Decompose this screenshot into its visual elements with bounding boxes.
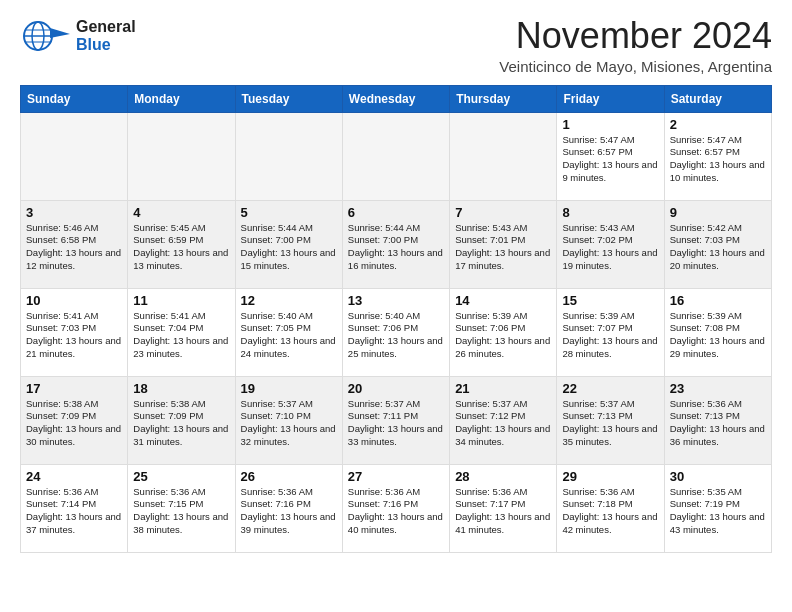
month-title: November 2024 <box>499 16 772 56</box>
day-info: Sunrise: 5:36 AMSunset: 7:16 PMDaylight:… <box>348 486 444 537</box>
day-info: Sunrise: 5:46 AMSunset: 6:58 PMDaylight:… <box>26 222 122 273</box>
calendar-cell: 30Sunrise: 5:35 AMSunset: 7:19 PMDayligh… <box>664 464 771 552</box>
day-info: Sunrise: 5:47 AMSunset: 6:57 PMDaylight:… <box>670 134 766 185</box>
calendar-cell: 5Sunrise: 5:44 AMSunset: 7:00 PMDaylight… <box>235 200 342 288</box>
weekday-sunday: Sunday <box>21 85 128 112</box>
weekday-wednesday: Wednesday <box>342 85 449 112</box>
weekday-tuesday: Tuesday <box>235 85 342 112</box>
calendar-cell: 15Sunrise: 5:39 AMSunset: 7:07 PMDayligh… <box>557 288 664 376</box>
calendar-cell: 8Sunrise: 5:43 AMSunset: 7:02 PMDaylight… <box>557 200 664 288</box>
calendar-cell: 16Sunrise: 5:39 AMSunset: 7:08 PMDayligh… <box>664 288 771 376</box>
svg-marker-5 <box>50 28 70 38</box>
week-row-5: 24Sunrise: 5:36 AMSunset: 7:14 PMDayligh… <box>21 464 772 552</box>
weekday-monday: Monday <box>128 85 235 112</box>
day-info: Sunrise: 5:42 AMSunset: 7:03 PMDaylight:… <box>670 222 766 273</box>
day-info: Sunrise: 5:37 AMSunset: 7:10 PMDaylight:… <box>241 398 337 449</box>
day-number: 15 <box>562 293 658 308</box>
day-info: Sunrise: 5:36 AMSunset: 7:17 PMDaylight:… <box>455 486 551 537</box>
day-info: Sunrise: 5:38 AMSunset: 7:09 PMDaylight:… <box>133 398 229 449</box>
day-info: Sunrise: 5:38 AMSunset: 7:09 PMDaylight:… <box>26 398 122 449</box>
calendar-cell: 22Sunrise: 5:37 AMSunset: 7:13 PMDayligh… <box>557 376 664 464</box>
day-number: 17 <box>26 381 122 396</box>
calendar-cell: 12Sunrise: 5:40 AMSunset: 7:05 PMDayligh… <box>235 288 342 376</box>
day-info: Sunrise: 5:37 AMSunset: 7:13 PMDaylight:… <box>562 398 658 449</box>
day-number: 18 <box>133 381 229 396</box>
page: General Blue November 2024 Veinticinco d… <box>0 0 792 565</box>
weekday-saturday: Saturday <box>664 85 771 112</box>
day-number: 11 <box>133 293 229 308</box>
day-number: 30 <box>670 469 766 484</box>
calendar-cell: 25Sunrise: 5:36 AMSunset: 7:15 PMDayligh… <box>128 464 235 552</box>
day-info: Sunrise: 5:36 AMSunset: 7:16 PMDaylight:… <box>241 486 337 537</box>
title-block: November 2024 Veinticinco de Mayo, Misio… <box>499 16 772 75</box>
day-number: 1 <box>562 117 658 132</box>
day-number: 29 <box>562 469 658 484</box>
logo-general-text: General <box>76 18 136 36</box>
logo-icon <box>20 16 70 56</box>
day-info: Sunrise: 5:45 AMSunset: 6:59 PMDaylight:… <box>133 222 229 273</box>
weekday-header-row: SundayMondayTuesdayWednesdayThursdayFrid… <box>21 85 772 112</box>
calendar-cell: 4Sunrise: 5:45 AMSunset: 6:59 PMDaylight… <box>128 200 235 288</box>
day-number: 2 <box>670 117 766 132</box>
day-number: 20 <box>348 381 444 396</box>
day-info: Sunrise: 5:36 AMSunset: 7:15 PMDaylight:… <box>133 486 229 537</box>
day-info: Sunrise: 5:44 AMSunset: 7:00 PMDaylight:… <box>241 222 337 273</box>
calendar-cell <box>235 112 342 200</box>
day-number: 3 <box>26 205 122 220</box>
day-number: 27 <box>348 469 444 484</box>
day-info: Sunrise: 5:41 AMSunset: 7:03 PMDaylight:… <box>26 310 122 361</box>
calendar-cell: 9Sunrise: 5:42 AMSunset: 7:03 PMDaylight… <box>664 200 771 288</box>
day-info: Sunrise: 5:36 AMSunset: 7:18 PMDaylight:… <box>562 486 658 537</box>
day-number: 25 <box>133 469 229 484</box>
day-number: 24 <box>26 469 122 484</box>
day-number: 14 <box>455 293 551 308</box>
day-number: 5 <box>241 205 337 220</box>
calendar-cell: 14Sunrise: 5:39 AMSunset: 7:06 PMDayligh… <box>450 288 557 376</box>
calendar-cell: 23Sunrise: 5:36 AMSunset: 7:13 PMDayligh… <box>664 376 771 464</box>
calendar-cell: 6Sunrise: 5:44 AMSunset: 7:00 PMDaylight… <box>342 200 449 288</box>
calendar-cell: 20Sunrise: 5:37 AMSunset: 7:11 PMDayligh… <box>342 376 449 464</box>
day-number: 26 <box>241 469 337 484</box>
calendar-cell: 29Sunrise: 5:36 AMSunset: 7:18 PMDayligh… <box>557 464 664 552</box>
day-number: 9 <box>670 205 766 220</box>
day-info: Sunrise: 5:35 AMSunset: 7:19 PMDaylight:… <box>670 486 766 537</box>
day-number: 10 <box>26 293 122 308</box>
day-info: Sunrise: 5:39 AMSunset: 7:07 PMDaylight:… <box>562 310 658 361</box>
calendar-cell <box>128 112 235 200</box>
day-number: 13 <box>348 293 444 308</box>
calendar-cell <box>450 112 557 200</box>
calendar-table: SundayMondayTuesdayWednesdayThursdayFrid… <box>20 85 772 553</box>
day-number: 23 <box>670 381 766 396</box>
calendar-cell: 24Sunrise: 5:36 AMSunset: 7:14 PMDayligh… <box>21 464 128 552</box>
calendar-cell <box>342 112 449 200</box>
weekday-thursday: Thursday <box>450 85 557 112</box>
day-info: Sunrise: 5:39 AMSunset: 7:06 PMDaylight:… <box>455 310 551 361</box>
calendar-cell: 13Sunrise: 5:40 AMSunset: 7:06 PMDayligh… <box>342 288 449 376</box>
day-info: Sunrise: 5:43 AMSunset: 7:01 PMDaylight:… <box>455 222 551 273</box>
calendar-cell: 19Sunrise: 5:37 AMSunset: 7:10 PMDayligh… <box>235 376 342 464</box>
day-info: Sunrise: 5:36 AMSunset: 7:13 PMDaylight:… <box>670 398 766 449</box>
day-number: 8 <box>562 205 658 220</box>
day-number: 21 <box>455 381 551 396</box>
day-number: 22 <box>562 381 658 396</box>
week-row-2: 3Sunrise: 5:46 AMSunset: 6:58 PMDaylight… <box>21 200 772 288</box>
calendar-cell: 1Sunrise: 5:47 AMSunset: 6:57 PMDaylight… <box>557 112 664 200</box>
calendar-cell <box>21 112 128 200</box>
week-row-1: 1Sunrise: 5:47 AMSunset: 6:57 PMDaylight… <box>21 112 772 200</box>
day-number: 12 <box>241 293 337 308</box>
day-info: Sunrise: 5:43 AMSunset: 7:02 PMDaylight:… <box>562 222 658 273</box>
day-number: 4 <box>133 205 229 220</box>
day-info: Sunrise: 5:41 AMSunset: 7:04 PMDaylight:… <box>133 310 229 361</box>
location-subtitle: Veinticinco de Mayo, Misiones, Argentina <box>499 58 772 75</box>
header: General Blue November 2024 Veinticinco d… <box>20 16 772 75</box>
day-info: Sunrise: 5:40 AMSunset: 7:06 PMDaylight:… <box>348 310 444 361</box>
day-number: 28 <box>455 469 551 484</box>
calendar-cell: 17Sunrise: 5:38 AMSunset: 7:09 PMDayligh… <box>21 376 128 464</box>
weekday-friday: Friday <box>557 85 664 112</box>
logo-text: General Blue <box>76 18 136 53</box>
week-row-4: 17Sunrise: 5:38 AMSunset: 7:09 PMDayligh… <box>21 376 772 464</box>
week-row-3: 10Sunrise: 5:41 AMSunset: 7:03 PMDayligh… <box>21 288 772 376</box>
calendar-cell: 26Sunrise: 5:36 AMSunset: 7:16 PMDayligh… <box>235 464 342 552</box>
day-info: Sunrise: 5:40 AMSunset: 7:05 PMDaylight:… <box>241 310 337 361</box>
calendar-cell: 7Sunrise: 5:43 AMSunset: 7:01 PMDaylight… <box>450 200 557 288</box>
